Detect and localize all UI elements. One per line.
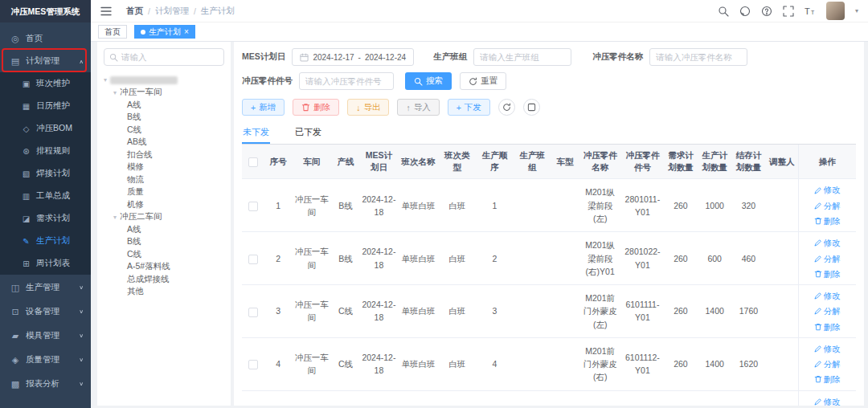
close-icon[interactable]: × <box>184 28 189 36</box>
modify-link[interactable]: 修改 <box>814 236 841 249</box>
sidebar-item-calendar-maintain[interactable]: ▦日历维护 <box>0 95 91 117</box>
delete-link[interactable]: 删除 <box>814 320 841 333</box>
pencil-icon <box>814 345 822 353</box>
hamburger-icon[interactable] <box>100 6 112 16</box>
table-settings-button[interactable] <box>523 99 540 116</box>
sidebar-item-report-analysis[interactable]: ▩报表分析∨ <box>0 372 91 396</box>
fullscreen-icon[interactable] <box>783 6 794 17</box>
part-name-input[interactable] <box>649 48 747 66</box>
tree-node[interactable]: 总成焊接线 <box>97 273 231 286</box>
tree-node[interactable]: A线 <box>97 223 231 236</box>
split-link[interactable]: 分解 <box>814 252 841 265</box>
row-checkbox[interactable] <box>248 202 258 211</box>
trash-icon <box>814 375 822 383</box>
tree-node[interactable]: C线 <box>97 124 231 137</box>
cell-plan-qty: 600 <box>698 232 731 285</box>
sidebar-item-demand-plan[interactable]: ◪需求计划 <box>0 207 91 230</box>
modify-link[interactable]: 修改 <box>814 342 841 355</box>
tree-node[interactable]: 机修 <box>97 198 231 211</box>
tab-pending[interactable]: 未下发 <box>242 123 270 144</box>
tab-sent[interactable]: 已下发 <box>294 123 322 144</box>
tree-node[interactable]: B线 <box>97 112 231 124</box>
tree-node-workshop2[interactable]: ▾ 冲压二车间 <box>97 211 231 224</box>
workshop-tree: ▾ ▾ 冲压一车间 A线B线C线AB线扣合线模修物流质量机修 ▾ 冲压二车间 A… <box>97 71 231 298</box>
sidebar-item-schedule-rule[interactable]: ⊛排程规则 <box>0 140 91 162</box>
sidebar-item-quality-management[interactable]: ◈质量管理∨ <box>0 348 91 372</box>
select-all-checkbox[interactable] <box>248 157 258 167</box>
shield-icon: ◈ <box>10 355 21 365</box>
sidebar-item-equipment-management[interactable]: ⊡设备管理∨ <box>0 300 91 324</box>
search-icon[interactable] <box>718 6 729 17</box>
sidebar-item-weekly-plan[interactable]: ⊞周计划表 <box>0 252 91 275</box>
download-icon: ↓ <box>356 103 360 112</box>
row-checkbox[interactable] <box>248 360 258 369</box>
cell-model <box>551 285 579 338</box>
cell-part-name: M201纵梁前段(左) <box>579 179 621 232</box>
caret-down-icon[interactable]: ▾ <box>855 7 858 14</box>
tree-node[interactable]: AB线 <box>97 137 231 149</box>
delete-link[interactable]: 删除 <box>814 214 841 227</box>
cell-order: 1 <box>476 179 514 232</box>
tree-node[interactable]: 扣合线 <box>97 149 231 161</box>
add-button[interactable]: +新增 <box>242 99 285 116</box>
split-link[interactable]: 分解 <box>814 304 841 317</box>
sidebar-item-welding-plan[interactable]: ▧焊接计划 <box>0 162 91 185</box>
sidebar-item-stamping-bom[interactable]: ◇冲压BOM <box>0 117 91 140</box>
part-no-input[interactable] <box>299 72 394 90</box>
dashboard-icon: ◎ <box>10 34 21 44</box>
tree-node[interactable]: 模修 <box>97 161 231 174</box>
row-checkbox[interactable] <box>248 308 258 317</box>
tree-node[interactable]: 物流 <box>97 173 231 186</box>
breadcrumb-plan[interactable]: 计划管理 <box>155 6 189 17</box>
tree-node[interactable]: 质量 <box>97 186 231 199</box>
dispatch-button[interactable]: +下发 <box>448 99 490 116</box>
tree-node[interactable]: 其他 <box>97 286 231 299</box>
export-button[interactable]: ↓导出 <box>347 99 389 116</box>
sidebar-item-production-plan[interactable]: ✎生产计划 <box>0 230 91 252</box>
github-icon[interactable] <box>739 6 751 17</box>
tree-root[interactable]: ▾ <box>97 74 231 87</box>
tag-home[interactable]: 首页 <box>98 25 127 39</box>
sidebar-item-mold-management[interactable]: ▰模具管理∨ <box>0 324 91 348</box>
avatar[interactable] <box>826 2 845 20</box>
tree-expand-icon[interactable]: ▾ <box>113 89 117 96</box>
chevron-down-icon: ∨ <box>79 308 84 314</box>
reset-button[interactable]: 重置 <box>460 72 506 90</box>
team-input[interactable] <box>473 48 571 66</box>
sidebar-item-workorder-assembly[interactable]: ▥工单总成 <box>0 185 91 207</box>
tree-expand-icon[interactable]: ▾ <box>113 214 117 221</box>
cell-shift-name: 单班白班 <box>399 285 439 338</box>
import-button[interactable]: ↑导入 <box>397 99 439 116</box>
tree-node[interactable]: B线 <box>97 236 231 249</box>
modify-link[interactable]: 修改 <box>814 395 841 406</box>
font-size-icon[interactable]: TT <box>805 6 816 17</box>
sidebar-item-production-management[interactable]: ◫生产管理∨ <box>0 275 91 300</box>
refresh-button[interactable] <box>498 99 515 116</box>
delete-button[interactable]: 删除 <box>293 99 339 116</box>
sidebar-item-shift-maintain[interactable]: ▣班次维护 <box>0 72 91 95</box>
sidebar-item-label: 首页 <box>26 33 43 44</box>
tree-expand-icon[interactable]: ▾ <box>104 76 107 84</box>
tree-search-input[interactable] <box>121 52 210 62</box>
tree-node[interactable]: A-5#落料线 <box>97 261 231 274</box>
delete-link[interactable]: 删除 <box>814 373 841 386</box>
row-actions-cell: 修改 分解 删除 <box>798 179 856 232</box>
split-link[interactable]: 分解 <box>814 199 841 212</box>
select-all-cell <box>242 145 265 179</box>
delete-link[interactable]: 删除 <box>814 267 841 280</box>
tree-node[interactable]: C线 <box>97 248 231 261</box>
cell-adjuster <box>766 337 799 390</box>
sidebar-item-plan-management[interactable]: ▤ 计划管理 ∧ <box>0 50 91 72</box>
tree-node-workshop1[interactable]: ▾ 冲压一车间 <box>97 87 231 100</box>
tag-production-plan[interactable]: 生产计划 × <box>134 25 195 39</box>
sidebar-item-home[interactable]: ◎ 首页 <box>0 27 91 50</box>
search-button[interactable]: 搜索 <box>405 72 452 90</box>
tree-node[interactable]: A线 <box>97 99 231 112</box>
breadcrumb-home[interactable]: 首页 <box>126 6 143 17</box>
modify-link[interactable]: 修改 <box>814 289 841 302</box>
date-range-picker[interactable]: 2024-12-17 - 2024-12-24 <box>292 48 414 66</box>
row-checkbox[interactable] <box>248 255 258 264</box>
split-link[interactable]: 分解 <box>814 357 841 370</box>
modify-link[interactable]: 修改 <box>814 183 841 196</box>
help-icon[interactable] <box>761 6 772 17</box>
